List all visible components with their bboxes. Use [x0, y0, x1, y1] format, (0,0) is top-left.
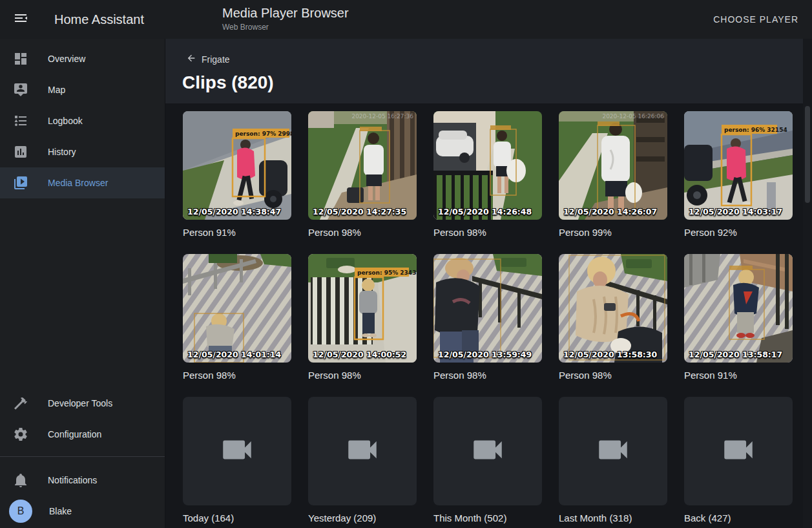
media-header: Frigate Clips (820) [165, 39, 803, 103]
clip-caption: Person 98% [433, 369, 542, 382]
clip-thumbnail: 12/05/2020 14:01:14 [183, 254, 291, 363]
clips-grid-container: person: 97% 29988 12/05/2020 14:38:47 Pe… [165, 103, 803, 528]
page-heading-clips: Clips (820) [182, 72, 274, 93]
clip-card[interactable]: 12/05/2020 14:01:14 Person 98% [183, 254, 291, 382]
clip-caption: Person 92% [684, 226, 793, 239]
sidebar-item-media-browser[interactable]: Media Browser [0, 167, 165, 198]
folder-thumbnail [308, 397, 417, 505]
video-icon [218, 431, 256, 471]
map-icon [13, 82, 28, 98]
clip-timestamp: 12/05/2020 14:26:07 [563, 207, 657, 216]
clip-card[interactable]: person: 97% 29988 12/05/2020 14:38:47 Pe… [183, 111, 291, 239]
clip-thumbnail: 2020-12-05 16:27:36 12/05/2020 14:27:35 [308, 111, 417, 220]
folder-label: Last Month (318) [559, 512, 667, 525]
sidebar-item-label: Media Browser [48, 178, 108, 188]
sidebar-item-label: Developer Tools [48, 398, 112, 408]
clip-timestamp: 12/05/2020 14:26:48 [438, 207, 532, 216]
clip-caption: Person 98% [308, 369, 417, 382]
scrollbar-thumb[interactable] [805, 106, 810, 203]
bbox-label: person: 96% 32154 [724, 127, 787, 133]
sidebar-item-label: Configuration [48, 429, 101, 439]
clip-thumbnail: 12/05/2020 13:59:49 [433, 254, 542, 363]
sidebar-item-map[interactable]: Map [0, 74, 165, 105]
clip-timestamp: 12/05/2020 13:58:30 [563, 350, 657, 359]
scene-man-back [559, 111, 667, 220]
menu-open-button[interactable] [5, 4, 36, 35]
clip-caption: Person 91% [684, 369, 793, 382]
clip-card[interactable]: person: 96% 32154 12/05/2020 14:03:17 Pe… [684, 111, 793, 239]
user-name: Blake [49, 506, 72, 516]
clip-card[interactable]: 12/05/2020 13:58:30 Person 98% [559, 254, 667, 382]
sidebar-divider [0, 456, 165, 457]
page-title: Media Player Browser [222, 6, 349, 21]
folder-thumbnail [433, 397, 542, 505]
scene-toddler-steps [183, 254, 291, 363]
clip-card[interactable]: person: 95% 23432 12/05/2020 14:00:52 Pe… [308, 254, 417, 382]
clip-thumbnail: person: 96% 32154 12/05/2020 14:03:17 [684, 111, 793, 220]
page-subtitle: Web Browser [222, 23, 349, 32]
scene-toddler-railing: person: 95% 23432 [308, 254, 417, 363]
breadcrumb-label: Frigate [202, 54, 230, 65]
clip-caption: Person 98% [183, 369, 291, 382]
clip-timestamp: 12/05/2020 14:03:17 [689, 207, 782, 216]
folder-label: This Month (502) [433, 512, 542, 525]
clip-thumbnail: person: 97% 29988 12/05/2020 14:38:47 [183, 111, 291, 220]
dashboard-icon [13, 51, 28, 67]
clip-card[interactable]: 12/05/2020 14:26:48 Person 98% [433, 111, 542, 239]
clip-timestamp: 12/05/2020 14:38:47 [187, 207, 281, 216]
clip-card[interactable]: 2020-12-05 16:26:06 12/05/2020 14:26:07 … [559, 111, 667, 239]
logbook-icon [13, 113, 28, 129]
choose-player-button[interactable]: CHOOSE PLAYER [713, 0, 798, 39]
video-icon [469, 431, 506, 471]
scene-garage-man [433, 111, 542, 220]
clip-thumbnail: 12/05/2020 13:58:17 [684, 254, 793, 363]
breadcrumb[interactable]: Frigate [181, 53, 230, 65]
back-arrow-icon [186, 53, 196, 65]
folder-card-last-month[interactable]: Last Month (318) [559, 397, 667, 525]
bbox-label: person: 97% 29988 [235, 131, 291, 137]
sidebar-item-user[interactable]: B Blake [0, 496, 165, 527]
clip-thumbnail: person: 95% 23432 12/05/2020 14:00:52 [308, 254, 417, 363]
clip-caption: Person 91% [183, 226, 291, 239]
folder-thumbnail [183, 397, 291, 505]
scene-porch-man [308, 111, 417, 220]
sidebar-item-label: Notifications [48, 475, 97, 485]
sidebar-item-notifications[interactable]: Notifications [0, 465, 165, 496]
folder-card-today[interactable]: Today (164) [183, 397, 291, 525]
camera-overlay-timestamp: 2020-12-05 16:27:36 [351, 113, 413, 120]
sidebar-item-history[interactable]: History [0, 136, 165, 167]
folder-card-yesterday[interactable]: Yesterday (209) [308, 397, 417, 525]
media-browser-icon [13, 175, 28, 191]
video-icon [720, 431, 757, 471]
sidebar-item-logbook[interactable]: Logbook [0, 105, 165, 136]
folder-card-this-month[interactable]: This Month (502) [433, 397, 542, 525]
sidebar-item-label: History [48, 147, 76, 157]
app-title: Home Assistant [54, 12, 144, 27]
folder-thumbnail [684, 397, 793, 505]
history-icon [13, 144, 28, 160]
scene-toddler-navy [684, 254, 793, 363]
clip-caption: Person 98% [308, 226, 417, 239]
sidebar-item-configuration[interactable]: Configuration [0, 419, 165, 450]
clip-card[interactable]: 12/05/2020 13:58:17 Person 91% [684, 254, 793, 382]
video-icon [344, 431, 381, 471]
clip-timestamp: 12/05/2020 13:58:17 [689, 350, 782, 359]
sidebar-item-overview[interactable]: Overview [0, 43, 165, 74]
clip-card[interactable]: 2020-12-05 16:27:36 12/05/2020 14:27:35 … [308, 111, 417, 239]
scene-hoodie-woman [433, 254, 542, 363]
video-icon [594, 431, 632, 471]
clip-thumbnail: 12/05/2020 13:58:30 [559, 254, 667, 363]
scene-pink-stroller: person: 97% 29988 [183, 111, 291, 220]
gear-icon [13, 427, 28, 442]
clip-caption: Person 99% [559, 226, 667, 239]
hammer-icon [13, 396, 28, 411]
sidebar-item-label: Map [48, 85, 65, 95]
clip-timestamp: 12/05/2020 14:01:14 [187, 350, 281, 359]
sidebar-item-developer-tools[interactable]: Developer Tools [0, 388, 165, 419]
clips-grid: person: 97% 29988 12/05/2020 14:38:47 Pe… [183, 111, 803, 525]
clip-timestamp: 12/05/2020 13:59:49 [438, 350, 532, 359]
scrollbar[interactable] [803, 39, 812, 528]
clip-thumbnail: 12/05/2020 14:26:48 [433, 111, 542, 220]
folder-card-back[interactable]: Back (427) [684, 397, 793, 525]
clip-card[interactable]: 12/05/2020 13:59:49 Person 98% [433, 254, 542, 382]
